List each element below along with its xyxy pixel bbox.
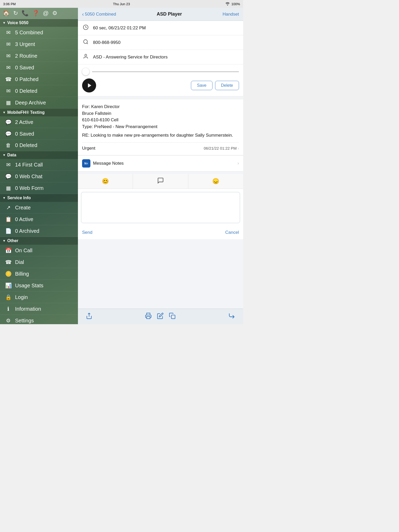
sidebar-item-routine[interactable]: ✉ 2 Routine [0,50,78,62]
delete-button[interactable]: Delete [215,81,239,90]
data-chevron-icon: ▼ [3,153,6,157]
status-date: Thu Jun 23 [113,2,130,6]
first-call-label: 14 First Call [15,162,43,168]
saved-voice-label: 0 Saved [15,65,34,71]
refresh-icon[interactable]: ↻ [13,10,18,17]
handset-button[interactable]: Handset [223,12,239,17]
response-tab-sad[interactable]: 😞 [188,174,243,189]
deep-archive-label: Deep Archive [15,100,46,106]
other-chevron-icon: ▼ [3,239,6,243]
send-button[interactable]: Send [82,230,92,235]
audio-thumb[interactable] [82,68,89,75]
response-textarea[interactable] [81,192,240,223]
texting-chevron-icon: ▼ [3,111,6,114]
combined-label: 5 Combined [15,30,43,36]
edit-icon[interactable] [157,312,164,321]
help-icon[interactable]: ❓ [32,10,39,17]
chat-icon [157,177,164,185]
svg-point-3 [85,54,87,56]
play-button[interactable] [82,78,96,92]
share-icon[interactable] [86,312,92,321]
sidebar-item-dial[interactable]: ☎ Dial [0,256,78,268]
response-section: 😊 😞 Send Ca [78,174,243,239]
company-text: ASD - Answering Service for Directors [93,55,168,60]
sidebar-item-patched[interactable]: ☎ 0 Patched [0,74,78,85]
bottom-toolbar [78,309,243,324]
text-deleted-icon: 🗑 [5,142,12,148]
sidebar-item-usage-stats[interactable]: 📊 Usage Stats [0,280,78,291]
sidebar-item-combined[interactable]: ✉ 5 Combined [0,27,78,38]
right-panel: ‹ 5050 Combined ASD Player Handset 60 se… [78,8,243,324]
person-icon [82,54,89,61]
settings-icon[interactable]: ⚙ [52,10,57,17]
deleted-voice-icon: ✉ [5,88,12,94]
duration-text: 60 sec, 06/21/22 01:22 PM [93,25,146,31]
sidebar-item-saved-voice[interactable]: ✉ 0 Saved [0,62,78,74]
svg-point-1 [84,40,88,44]
texting-section-header[interactable]: ▼ MobileFH® Texting [0,109,78,116]
sidebar-item-login[interactable]: 🔒 Login [0,291,78,303]
text-saved-icon: 💬 [5,131,12,137]
wifi-icon [225,2,230,6]
home-icon[interactable]: 🏠 [3,10,10,17]
company-row: ASD - Answering Service for Directors [78,50,243,64]
sidebar-item-on-call[interactable]: 📅 On Call [0,245,78,256]
response-tabs: 😊 😞 [78,174,243,189]
sidebar-item-information[interactable]: ℹ Information [0,303,78,315]
sidebar-item-text-saved[interactable]: 💬 0 Saved [0,128,78,140]
copy-icon[interactable] [169,312,176,321]
sidebar-item-web-chat[interactable]: 💬 0 Web Chat [0,171,78,182]
dial-label: Dial [15,259,24,265]
sidebar-item-web-form[interactable]: ▦ 0 Web Form [0,182,78,194]
sidebar-item-service-active[interactable]: 📋 0 Active [0,214,78,225]
forward-icon[interactable] [228,312,235,321]
nav-title: ASD Player [157,11,182,17]
combined-icon: ✉ [5,29,12,36]
urgent-icon: ✉ [5,41,12,47]
sidebar-item-service-archived[interactable]: 📄 0 Archived [0,225,78,237]
data-section-header[interactable]: ▼ Data [0,151,78,159]
nav-bar: ‹ 5050 Combined ASD Player Handset [78,8,243,21]
first-call-icon: ✉ [5,162,12,168]
notes-row[interactable]: N≡ Message Notes › [78,155,243,171]
sidebar-item-urgent[interactable]: ✉ 3 Urgent [0,38,78,50]
sidebar-item-billing[interactable]: 🪙 Billing [0,268,78,280]
clock-icon [82,24,89,31]
response-tab-chat[interactable] [133,174,188,189]
back-button[interactable]: ‹ 5050 Combined [82,11,116,17]
save-button[interactable]: Save [191,81,212,90]
urgent-label: 3 Urgent [15,41,35,47]
sidebar: 🏠 ↻ 📞 ❓ @ ⚙ ▼ Voice 5050 ✉ 5 Combined ✉ … [0,8,78,324]
login-label: Login [15,294,28,300]
routine-icon: ✉ [5,53,12,59]
text-active-label: 2 Active [15,119,33,125]
sidebar-item-settings[interactable]: ⚙ Settings [0,315,78,324]
phone-icon[interactable]: 📞 [22,10,29,17]
sidebar-item-create[interactable]: ↗ Create [0,202,78,214]
message-type: Type: PreNeed - New Prearrangement [82,123,239,130]
sidebar-item-first-call[interactable]: ✉ 14 First Call [0,159,78,171]
sidebar-item-deleted-voice[interactable]: ✉ 0 Deleted [0,85,78,97]
sidebar-item-deep-archive[interactable]: ▦ Deep Archive [0,97,78,109]
message-for: For: Karen Director [82,103,239,110]
sidebar-item-text-deleted[interactable]: 🗑 0 Deleted [0,140,78,151]
web-chat-label: 0 Web Chat [15,174,42,179]
patched-label: 0 Patched [15,76,38,82]
other-section-label: Other [7,238,18,243]
notes-chevron-icon: › [237,161,239,166]
other-section-header[interactable]: ▼ Other [0,237,78,245]
voice-section-header[interactable]: ▼ Voice 5050 [0,19,78,27]
battery-status: 100% [231,2,240,6]
settings-label: Settings [15,318,34,324]
service-section-header[interactable]: ▼ Service Info [0,194,78,202]
print-icon[interactable] [145,312,152,321]
notes-label: Message Notes [93,161,124,166]
on-call-icon: 📅 [5,247,12,254]
billing-label: Billing [15,271,29,277]
sidebar-item-text-active[interactable]: 💬 2 Active [0,116,78,128]
cancel-button[interactable]: Cancel [225,230,239,235]
audio-track[interactable] [92,71,239,72]
response-tab-happy[interactable]: 😊 [78,174,133,189]
at-icon[interactable]: @ [43,10,49,17]
happy-icon: 😊 [102,178,109,185]
